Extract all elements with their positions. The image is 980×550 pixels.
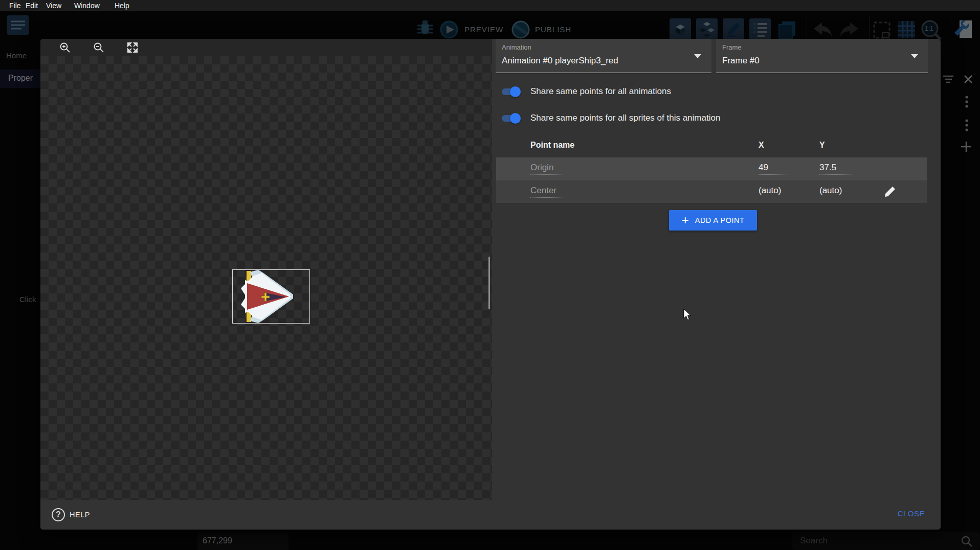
share-animations-toggle[interactable]: [500, 86, 521, 97]
menu-item-help[interactable]: Help: [115, 0, 129, 11]
fit-to-view-button[interactable]: [126, 41, 139, 54]
point-y-cell[interactable]: 37.5: [819, 163, 853, 175]
toggle-knob: [510, 113, 521, 124]
column-header-point-name: Point name: [530, 141, 574, 150]
expand-icon: [126, 41, 139, 54]
animation-select-label: Animation: [502, 43, 531, 51]
points-panel: Animation Animation #0 playerShip3_red F…: [492, 39, 941, 500]
share-points-sprites-row: Share same points for all sprites of thi…: [500, 111, 720, 125]
share-animations-label: Share same points for all animations: [530, 86, 671, 97]
help-label: HELP: [70, 511, 90, 519]
point-name-cell[interactable]: Origin: [530, 163, 564, 175]
animation-select-value: Animation #0 playerShip3_red: [502, 56, 618, 66]
help-button[interactable]: ? HELP: [52, 507, 90, 522]
column-header-y: Y: [819, 141, 825, 150]
chevron-down-icon: [911, 54, 918, 58]
app-window: File Edit View Window Help PREVIEW: [0, 0, 980, 550]
zoom-out-icon: [93, 41, 105, 54]
plus-icon: +: [682, 215, 689, 225]
share-points-animations-row: Share same points for all animations: [500, 84, 671, 99]
point-x-cell: (auto): [759, 186, 781, 196]
frame-select[interactable]: Frame Frame #0: [716, 39, 928, 73]
menu-item-view[interactable]: View: [46, 0, 61, 11]
frame-select-value: Frame #0: [722, 56, 760, 66]
points-editor-dialog: Animation Animation #0 playerShip3_red F…: [40, 39, 941, 530]
menu-item-edit[interactable]: Edit: [26, 0, 38, 11]
canvas-scrollbar[interactable]: [488, 257, 490, 309]
edit-point-button[interactable]: [883, 185, 897, 199]
zoom-in-button[interactable]: [59, 41, 71, 54]
point-name-cell[interactable]: Center: [530, 186, 564, 198]
chevron-down-icon: [694, 54, 701, 58]
menu-item-file[interactable]: File: [9, 0, 21, 11]
zoom-in-icon: [59, 41, 71, 54]
mouse-cursor: [683, 309, 694, 321]
sprite-canvas[interactable]: [40, 56, 492, 500]
frame-select-label: Frame: [722, 43, 742, 51]
toggle-knob: [510, 86, 521, 97]
sprite-selection-box[interactable]: [232, 269, 310, 324]
origin-point-marker[interactable]: [261, 292, 270, 302]
column-header-x: X: [759, 141, 764, 150]
point-y-cell: (auto): [819, 186, 842, 196]
share-sprites-toggle[interactable]: [500, 112, 521, 124]
close-button[interactable]: CLOSE: [898, 509, 925, 518]
share-sprites-label: Share same points for all sprites of thi…: [530, 113, 720, 123]
zoom-out-button[interactable]: [93, 41, 105, 54]
sprite-preview-area: [40, 39, 492, 500]
player-ship-sprite: [233, 270, 309, 323]
add-point-button[interactable]: + ADD A POINT: [669, 210, 757, 231]
pencil-icon: [883, 185, 897, 199]
menu-bar: File Edit View Window Help: [0, 0, 980, 11]
point-x-cell[interactable]: 49: [759, 163, 792, 175]
table-row-center[interactable]: Center (auto) (auto): [496, 180, 927, 203]
preview-toolbar: [40, 39, 492, 56]
dialog-footer: ? HELP CLOSE: [40, 500, 941, 530]
table-row-origin[interactable]: Origin 49 37.5: [496, 157, 927, 180]
add-point-label: ADD A POINT: [695, 216, 745, 224]
animation-select[interactable]: Animation Animation #0 playerShip3_red: [496, 39, 711, 73]
menu-item-window[interactable]: Window: [74, 0, 100, 11]
help-icon: ?: [52, 508, 65, 521]
